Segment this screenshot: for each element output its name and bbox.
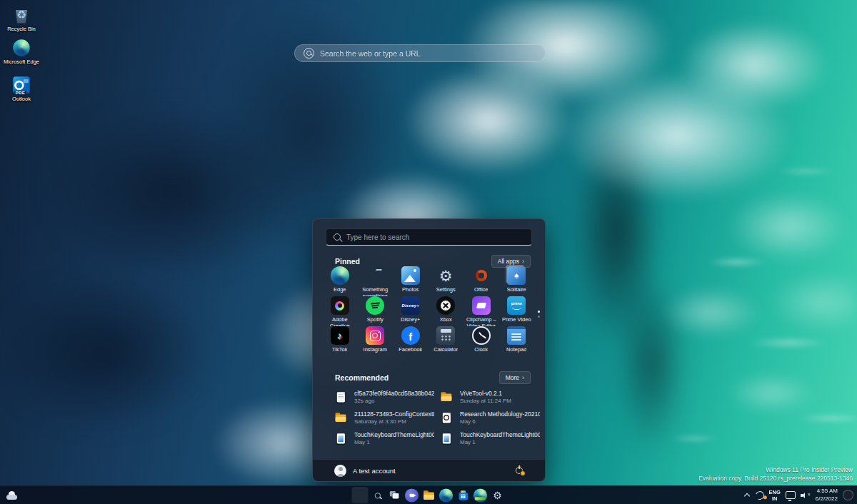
pinned-app-label: Solitaire — [507, 286, 526, 293]
start-search-input[interactable]: Type here to search — [326, 228, 532, 246]
pinned-app-label: Adobe Creative Cloud Express — [323, 316, 356, 326]
image-file-icon — [336, 433, 344, 443]
recommended-item-name: ViVeTool-v0.2.1 — [460, 390, 511, 397]
recommended-item-meta: May 1 — [460, 439, 540, 445]
recommended-item-211128-73493-configcontextdata[interactable]: 211128-73493-ConfigContextData Saturday … — [330, 407, 436, 428]
pinned-app-edge[interactable]: Edge — [322, 266, 358, 296]
settings-icon: ⚙ — [436, 266, 455, 285]
pinned-app-label: Spotify — [367, 316, 384, 323]
clock-date[interactable]: 4:55 AM 6/2/2022 — [816, 488, 838, 503]
hidden-icons-chevron[interactable] — [744, 492, 751, 498]
pinned-page-dots[interactable] — [538, 311, 540, 318]
pinned-app-clipchamp-video-editor[interactable]: Clipchamp – Video Editor — [463, 296, 499, 326]
recommended-item-vivetool-v0-2-1[interactable]: ViVeTool-v0.2.1 Sunday at 11:24 PM — [436, 386, 541, 407]
recommended-grid: cf5a73fe0f9f4a0cd58a38b04219a01... 32s a… — [330, 386, 534, 448]
pinned-app-disney[interactable]: Disney+ Disney+ — [393, 296, 428, 326]
store-icon — [456, 488, 469, 502]
desktop: ♻ Recycle Bin Microsoft Edge PRE Outlook… — [0, 0, 857, 504]
desktop-icon-outlook[interactable]: PRE Outlook — [0, 76, 46, 102]
pinned-app-label: Xbox — [440, 316, 452, 323]
search-icon — [370, 488, 384, 502]
taskbar-file-explorer-button[interactable] — [421, 487, 437, 503]
update-sync-icon[interactable] — [754, 490, 766, 501]
pinned-app-label: Clipchamp – Video Editor — [464, 316, 498, 326]
desktop-icon-microsoft-edge[interactable]: Microsoft Edge — [0, 39, 46, 65]
user-name[interactable]: A test account — [353, 467, 396, 475]
page-dot-active[interactable] — [538, 311, 540, 313]
recommended-item-name: TouchKeyboardThemeLight000 — [354, 431, 434, 438]
watermark-line2: Evaluation copy. Build 25120.rs_prerelea… — [698, 475, 853, 483]
taskbar-edge-dev-button[interactable] — [472, 487, 488, 503]
notepad-icon — [507, 326, 526, 345]
taskbar-chat-button[interactable] — [404, 487, 420, 503]
taskbar-search-button[interactable] — [369, 487, 386, 503]
desktop-icon-recycle-bin[interactable]: ♻ Recycle Bin — [0, 6, 46, 32]
evaluation-watermark: Windows 11 Pro Insider Preview Evaluatio… — [698, 466, 853, 483]
pinned-app-facebook[interactable]: f Facebook — [393, 326, 428, 356]
taskbar-store-button[interactable] — [455, 487, 471, 503]
image-file-icon — [442, 433, 450, 443]
taskbar-task-view-button[interactable] — [386, 487, 403, 503]
pinned-app-office[interactable]: Office — [463, 266, 499, 296]
notification-badge[interactable] — [843, 490, 853, 500]
pinned-app-tiktok[interactable]: ♪ TikTok — [322, 326, 358, 356]
document-icon — [336, 391, 344, 401]
pinned-app-xbox[interactable]: Xbox — [428, 296, 464, 326]
pinned-app-spotify[interactable]: Spotify — [358, 296, 394, 326]
network-icon[interactable] — [786, 491, 796, 499]
more-button[interactable]: More › — [499, 371, 531, 384]
pinned-app-label: Facebook — [399, 346, 422, 353]
power-button[interactable] — [515, 466, 523, 475]
taskbar-settings-button[interactable]: ⚙ — [489, 487, 506, 503]
recommended-item-meta: Saturday at 3:30 PM — [354, 418, 434, 425]
recommended-item-cf5a73fe0f9f4a0cd58a38b04219a01[interactable]: cf5a73fe0f9f4a0cd58a38b04219a01... 32s a… — [330, 386, 436, 407]
folder-icon — [421, 488, 435, 502]
folder-icon — [334, 410, 347, 424]
recommended-item-research-methodology-20210401-0[interactable]: Research Methodology-20210401_0... May 6 — [436, 407, 541, 428]
volume-muted-icon[interactable]: × — [801, 491, 811, 499]
update-pending-dot — [520, 470, 526, 476]
pinned-app-solitaire[interactable]: ♠ Solitaire — [499, 266, 535, 296]
pinned-app-label: Clock — [474, 346, 488, 353]
pinned-app-photos[interactable]: Photos — [393, 266, 428, 296]
spotify-icon — [366, 296, 384, 315]
tiles-icon — [366, 266, 384, 285]
pinned-section-title: Pinned — [335, 257, 360, 266]
edge-icon — [438, 488, 452, 502]
edge-dev-icon — [473, 488, 486, 502]
pinned-app-label: Office — [474, 286, 488, 293]
language-indicator[interactable]: ENG IN — [769, 489, 781, 502]
pinned-app-clock[interactable]: Clock — [463, 326, 499, 356]
pinned-app-label: Instagram — [364, 346, 387, 353]
pinned-app-label: TikTok — [332, 346, 347, 353]
recommended-item-touchkeyboardthemelight000[interactable]: TouchKeyboardThemeLight000 May 1 — [330, 428, 436, 448]
doc-logo-icon — [442, 412, 450, 422]
recommended-item-meta: May 6 — [460, 418, 540, 425]
desktop-icon-label: Recycle Bin — [7, 26, 36, 32]
desktop-icon-label: Outlook — [12, 96, 31, 102]
tray-time: 4:55 AM — [816, 488, 838, 495]
recommended-item-meta: May 1 — [354, 439, 434, 445]
office-icon — [472, 266, 491, 285]
pinned-app-prime-video[interactable]: prime Prime Video — [499, 296, 535, 326]
pinned-app-notepad[interactable]: Notepad — [499, 326, 535, 356]
widgets-weather-icon[interactable] — [6, 491, 18, 500]
recommended-item-touchkeyboardthemelight003[interactable]: TouchKeyboardThemeLight003 May 1 — [436, 428, 541, 448]
pinned-app-settings[interactable]: ⚙ Settings — [428, 266, 464, 296]
pinned-app-instagram[interactable]: Instagram — [358, 326, 394, 356]
facebook-icon: f — [401, 326, 420, 345]
chevron-right-icon: › — [522, 258, 524, 265]
pinned-app-label: Photos — [402, 286, 419, 293]
desktop-search-bar[interactable]: Search the web or type a URL — [294, 44, 546, 62]
all-apps-label: All apps — [498, 258, 519, 265]
page-dot[interactable] — [538, 316, 540, 318]
user-avatar[interactable] — [334, 465, 346, 477]
disney-icon: Disney+ — [401, 296, 420, 315]
pinned-app-something-something[interactable]: Something something — [358, 266, 394, 296]
search-icon — [334, 233, 341, 241]
pinned-app-calculator[interactable]: Calculator — [428, 326, 464, 356]
pinned-app-label: Settings — [436, 286, 456, 293]
pinned-app-adobe-creative-cloud-express[interactable]: Adobe Creative Cloud Express — [322, 296, 358, 326]
taskbar-edge-button[interactable] — [438, 487, 454, 503]
taskbar-start-button[interactable] — [352, 487, 369, 503]
